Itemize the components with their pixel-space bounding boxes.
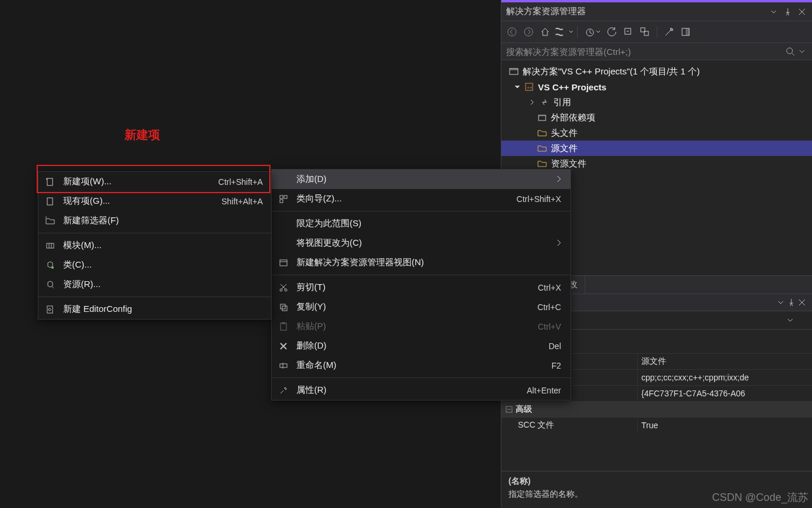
show-all-icon[interactable] <box>638 25 652 39</box>
tree-sources-label: 源文件 <box>551 143 578 154</box>
solution-icon <box>508 66 519 77</box>
sub-module[interactable]: 模块(M)... <box>38 236 271 255</box>
search-row[interactable] <box>501 43 812 60</box>
rename-icon <box>278 361 289 370</box>
nav-back-icon[interactable] <box>505 25 519 39</box>
sub-class[interactable]: 类(C)... <box>38 255 271 275</box>
ctx-scope[interactable]: 限定为此范围(S) <box>272 214 570 233</box>
prop-row-scc[interactable]: SCC 文件 True <box>501 417 812 433</box>
existing-file-icon <box>44 197 56 206</box>
refresh-icon[interactable] <box>605 25 619 39</box>
folder-icon <box>537 128 547 138</box>
sub-label: 现有项(G)... <box>63 196 200 207</box>
svg-rect-22 <box>281 304 285 309</box>
new-folder-icon <box>44 216 56 226</box>
tree-solution-label: 解决方案"VS C++ Projects"(1 个项目/共 1 个) <box>523 66 700 77</box>
preview-icon[interactable] <box>679 25 693 39</box>
dropdown-icon[interactable] <box>768 6 779 17</box>
svg-rect-14 <box>539 115 546 116</box>
sub-new-item[interactable]: 新建项(W)... Ctrl+Shift+A <box>38 172 271 191</box>
dropdown-icon[interactable] <box>785 315 795 325</box>
ctx-label: 剪切(T) <box>296 282 514 293</box>
context-menu: 添加(D) 类向导(Z)... Ctrl+Shift+X 限定为此范围(S) 将… <box>271 169 571 400</box>
chevron-right-icon <box>556 174 561 184</box>
tree-solution-row[interactable]: 解决方案"VS C++ Projects"(1 个项目/共 1 个) <box>501 64 812 79</box>
svg-rect-7 <box>686 28 689 35</box>
svg-rect-18 <box>280 200 283 203</box>
svg-text:++: ++ <box>527 85 533 90</box>
solution-tree: 解决方案"VS C++ Projects"(1 个项目/共 1 个) ++ VS… <box>501 60 812 175</box>
prop-row-group[interactable]: 高级 <box>501 401 812 417</box>
history-icon[interactable] <box>582 25 602 39</box>
paste-icon <box>278 322 289 331</box>
properties-icon[interactable] <box>662 25 676 39</box>
ctx-add[interactable]: 添加(D) <box>272 170 570 189</box>
sub-label: 新建筛选器(F) <box>63 215 263 226</box>
ctx-class-wizard[interactable]: 类向导(Z)... Ctrl+Shift+X <box>272 189 570 209</box>
ctx-rename[interactable]: 重命名(M) F2 <box>272 356 570 375</box>
close-icon[interactable] <box>797 297 807 308</box>
shortcut-label: Ctrl+X <box>538 283 561 292</box>
project-icon: ++ <box>524 82 534 92</box>
svg-rect-29 <box>47 243 54 248</box>
shortcut-label: F2 <box>552 361 561 370</box>
switch-views-icon[interactable] <box>555 25 572 39</box>
collapse-all-icon[interactable] <box>621 25 635 39</box>
svg-rect-27 <box>47 178 53 185</box>
sub-label: 资源(R)... <box>63 279 263 290</box>
svg-point-30 <box>51 266 54 269</box>
sub-existing-item[interactable]: 现有项(G)... Shift+Alt+A <box>38 191 271 211</box>
sub-new-filter[interactable]: 新建筛选器(F) <box>38 211 271 230</box>
sub-editorconfig[interactable]: 新建 EditorConfig <box>38 299 271 319</box>
ctx-label: 粘贴(P) <box>296 321 514 332</box>
nav-forward-icon[interactable] <box>521 25 536 39</box>
ctx-new-view[interactable]: 新建解决方案资源管理器视图(N) <box>272 253 570 272</box>
caret-right-icon[interactable] <box>529 99 536 105</box>
sub-resource[interactable]: 资源(R)... <box>38 275 271 294</box>
ctx-label: 删除(D) <box>296 340 525 351</box>
panel-title-label: 解决方案资源管理器 <box>506 6 586 17</box>
prop-value: 源文件 <box>637 354 812 369</box>
ctx-cut[interactable]: 剪切(T) Ctrl+X <box>272 278 570 297</box>
caret-down-icon[interactable] <box>513 84 520 90</box>
panel-title-bar: 解决方案资源管理器 <box>501 0 812 21</box>
class-icon <box>44 260 56 270</box>
tree-headers-label: 头文件 <box>551 128 578 139</box>
home-icon[interactable] <box>538 25 552 39</box>
tree-project-row[interactable]: ++ VS C++ Projects <box>501 79 812 95</box>
wrench-icon <box>278 386 289 395</box>
copy-icon <box>278 302 289 312</box>
svg-rect-23 <box>282 306 287 311</box>
ctx-copy[interactable]: 复制(Y) Ctrl+C <box>272 297 570 317</box>
search-icon[interactable] <box>785 46 795 57</box>
tree-external-row[interactable]: 外部依赖项 <box>501 110 812 125</box>
shortcut-label: Del <box>549 341 561 351</box>
ctx-delete[interactable]: 删除(D) Del <box>272 336 570 356</box>
tree-sources-row[interactable]: 源文件 <box>501 141 812 156</box>
ctx-change-view[interactable]: 将视图更改为(C) <box>272 233 570 253</box>
cut-icon <box>278 283 289 292</box>
separator <box>38 297 271 297</box>
sub-label: 模块(M)... <box>63 240 263 251</box>
collapse-icon[interactable] <box>506 406 512 412</box>
tree-references-row[interactable]: 引用 <box>501 95 812 110</box>
ctx-label: 新建解决方案资源管理器视图(N) <box>296 257 561 268</box>
search-dropdown-icon[interactable] <box>797 46 807 57</box>
dropdown-icon[interactable] <box>775 297 786 308</box>
pin-icon[interactable] <box>786 297 797 308</box>
close-icon[interactable] <box>797 6 807 17</box>
chevron-right-icon <box>556 238 561 248</box>
external-icon <box>537 112 547 123</box>
search-input[interactable] <box>506 47 785 57</box>
tree-headers-row[interactable]: 头文件 <box>501 125 812 141</box>
ctx-properties[interactable]: 属性(R) Alt+Enter <box>272 380 570 400</box>
shortcut-label: Ctrl+V <box>538 322 561 331</box>
svg-rect-19 <box>280 260 287 266</box>
sub-label: 类(C)... <box>63 259 263 271</box>
svg-rect-10 <box>510 69 518 70</box>
folder-icon <box>537 158 547 169</box>
annotation-label: 新建项 <box>125 127 160 143</box>
ctx-label: 属性(R) <box>296 385 503 396</box>
pin-icon[interactable] <box>782 6 793 17</box>
new-file-icon <box>44 177 56 187</box>
